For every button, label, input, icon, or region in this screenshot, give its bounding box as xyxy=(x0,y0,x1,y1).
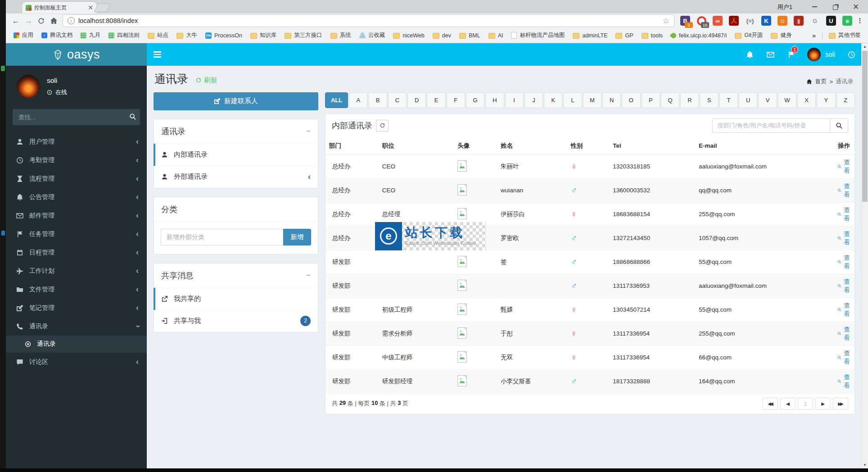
site-info-icon[interactable]: i xyxy=(68,17,75,24)
collapse-icon[interactable] xyxy=(306,127,311,136)
ext-u-icon[interactable]: U xyxy=(825,15,837,27)
sidebar-item[interactable]: 通讯录 xyxy=(6,317,147,336)
bookmark-item[interactable]: 站点 xyxy=(144,32,172,39)
view-button[interactable]: 查看 xyxy=(837,373,851,390)
view-button[interactable]: 查看 xyxy=(837,159,851,175)
view-button[interactable]: 查看 xyxy=(837,206,851,222)
scroll-down-icon[interactable]: ▼ xyxy=(862,462,868,468)
bookmark-item[interactable]: felix.uicp.io:49487/i xyxy=(667,32,731,39)
sidebar-item[interactable]: 笔记管理 xyxy=(6,299,147,317)
notifications-button[interactable] xyxy=(739,43,760,66)
ext-infinity-icon[interactable]: ∞ xyxy=(712,15,723,27)
alphabet-filter-button[interactable]: E xyxy=(427,92,445,108)
bookmark-item[interactable]: BML xyxy=(455,32,484,39)
bookmark-item[interactable]: 健身 xyxy=(767,32,796,39)
alphabet-filter-button[interactable]: I xyxy=(505,92,524,108)
tab-close-icon[interactable]: ✕ xyxy=(88,4,93,11)
bookmark-item[interactable]: 九月 xyxy=(77,32,104,39)
home-button[interactable] xyxy=(47,14,60,27)
app-logo[interactable]: oasys xyxy=(6,43,147,66)
browser-menu-icon[interactable]: ⋮ xyxy=(855,17,864,25)
view-button[interactable]: 查看 xyxy=(837,349,851,366)
browser-tab[interactable]: 控制面板主页 ✕ xyxy=(22,2,97,14)
ext-evernote-icon[interactable]: e xyxy=(841,15,853,27)
next-page-button[interactable]: ▶ xyxy=(815,398,831,410)
reload-button[interactable] xyxy=(35,14,47,27)
alphabet-filter-button[interactable]: U xyxy=(739,92,757,108)
sidebar-item[interactable]: 文件管理 xyxy=(6,280,147,299)
bookmark-item[interactable]: AI xyxy=(484,32,507,39)
alphabet-filter-button[interactable]: Q xyxy=(661,92,679,108)
user-menu-button[interactable]: soli xyxy=(801,48,841,61)
first-page-button[interactable]: ◀◀ xyxy=(763,398,778,410)
window-maximize-button[interactable] xyxy=(825,0,845,14)
share-box-item[interactable]: 共享与我 2 xyxy=(154,310,318,332)
alphabet-filter-button[interactable]: D xyxy=(407,92,426,108)
alphabet-filter-button[interactable]: B xyxy=(368,92,387,108)
ext-face-icon[interactable]: ☺ xyxy=(777,15,788,27)
alphabet-filter-button[interactable]: M xyxy=(583,92,601,108)
alphabet-filter-button[interactable]: S xyxy=(700,92,718,108)
tasks-button[interactable]: 1 xyxy=(781,43,801,66)
alphabet-filter-button[interactable]: N xyxy=(602,92,621,108)
ext-opera-icon[interactable]: 15 xyxy=(696,15,707,27)
alphabet-filter-button[interactable]: O xyxy=(622,92,640,108)
sidebar-search-input[interactable] xyxy=(13,109,140,125)
alphabet-filter-button[interactable]: V xyxy=(758,92,777,108)
view-button[interactable]: 查看 xyxy=(837,326,851,342)
messages-button[interactable] xyxy=(760,43,781,66)
bookmarks-overflow-icon[interactable]: » xyxy=(809,32,819,39)
sidebar-item[interactable]: 流程管理 xyxy=(6,169,147,188)
alphabet-filter-button[interactable]: W xyxy=(778,92,796,108)
settings-button[interactable] xyxy=(841,43,862,66)
collapse-icon[interactable] xyxy=(306,271,311,280)
refresh-link[interactable]: 刷新 xyxy=(195,76,217,85)
bookmark-item[interactable]: 四相法则 xyxy=(104,32,144,39)
bookmark-item[interactable]: 第三方接口 xyxy=(280,32,326,39)
alphabet-filter-button[interactable]: F xyxy=(447,92,465,108)
bookmark-item[interactable]: 腾讯文档 xyxy=(37,32,77,39)
add-category-button[interactable]: 新增 xyxy=(283,229,311,245)
scroll-up-icon[interactable]: ▲ xyxy=(862,43,868,50)
sidebar-toggle-button[interactable] xyxy=(147,43,167,66)
ext-g-icon[interactable]: G xyxy=(809,15,821,27)
bookmark-item[interactable]: 知识库 xyxy=(246,32,281,39)
breadcrumb-home[interactable]: 首页 xyxy=(815,77,827,86)
window-minimize-button[interactable] xyxy=(804,0,825,14)
alphabet-filter-button[interactable]: A xyxy=(349,92,367,108)
table-search-input[interactable] xyxy=(712,118,830,133)
sidebar-item[interactable]: 考勤管理 xyxy=(6,151,147,169)
alphabet-filter-button[interactable]: J xyxy=(524,92,543,108)
page-scrollbar[interactable]: ▲ ▼ xyxy=(861,43,868,468)
bookmark-item[interactable]: 应用 xyxy=(9,32,37,39)
alphabet-filter-button[interactable]: R xyxy=(680,92,699,108)
alphabet-filter-button[interactable]: G xyxy=(466,92,484,108)
alphabet-filter-button[interactable]: C xyxy=(388,92,407,108)
view-button[interactable]: 查看 xyxy=(837,302,851,318)
scrollbar-thumb[interactable] xyxy=(862,51,868,202)
view-button[interactable]: 查看 xyxy=(837,182,851,199)
address-bar[interactable]: i localhost:8088/index ☆ xyxy=(63,14,674,27)
alphabet-filter-button[interactable]: T xyxy=(719,92,738,108)
contacts-box-item[interactable]: 外部通讯录 xyxy=(154,166,318,188)
bookmark-item[interactable]: tools xyxy=(637,32,667,39)
sidebar-item[interactable]: 日程管理 xyxy=(6,243,147,262)
other-bookmarks-button[interactable]: 其他书签 xyxy=(825,32,864,39)
current-page[interactable]: 1 xyxy=(798,398,813,410)
alphabet-filter-button[interactable]: Y xyxy=(817,92,835,108)
sidebar-item[interactable]: 任务管理 xyxy=(6,225,147,243)
bookmark-item[interactable]: 系统 xyxy=(326,32,355,39)
url-text[interactable]: localhost:8088/index xyxy=(78,17,138,24)
bookmark-item[interactable]: 标杆物流产品地图 xyxy=(507,32,569,39)
prev-page-button[interactable]: ◀ xyxy=(780,398,796,410)
sidebar-item[interactable]: 通讯录 xyxy=(6,336,147,353)
ext-acrobat-icon[interactable]: 人 xyxy=(728,15,740,27)
alphabet-filter-button[interactable]: Z xyxy=(836,92,855,108)
contacts-box-item[interactable]: 内部通讯录 xyxy=(154,144,318,166)
forward-button[interactable]: → xyxy=(22,14,35,27)
alphabet-filter-button[interactable]: X xyxy=(797,92,816,108)
bookmark-item[interactable]: 大牛 xyxy=(172,32,201,39)
alphabet-filter-button[interactable]: P xyxy=(642,92,660,108)
window-close-button[interactable]: ✕ xyxy=(845,0,866,14)
view-button[interactable]: 查看 xyxy=(837,278,851,294)
